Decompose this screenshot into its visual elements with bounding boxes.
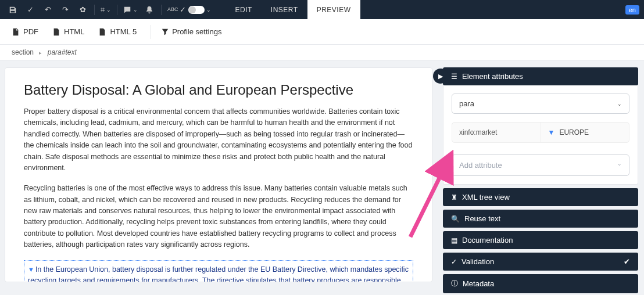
article-paragraph-selected[interactable]: ▼In the European Union, battery disposal…: [24, 260, 413, 283]
side-panel: ▶ ☰Element attributes para⌄ xinfo:market…: [443, 67, 638, 293]
article-title: Battery Disposal: A Global and European …: [24, 82, 413, 98]
comment-dropdown[interactable]: ⌄: [120, 2, 141, 18]
export-html[interactable]: HTML: [52, 27, 84, 36]
status-ok-icon: ✔: [624, 257, 630, 266]
spellcheck-dropdown[interactable]: ABC✓⌄: [164, 2, 214, 18]
redo-icon[interactable]: ↷: [57, 2, 73, 18]
content-area: Battery Disposal: A Global and European …: [5, 67, 432, 282]
panel-validation[interactable]: ✓Validation✔: [443, 253, 638, 271]
search-icon: 🔍: [451, 215, 460, 223]
sub-toolbar: PDF HTML HTML 5 Profile settings: [0, 19, 644, 45]
lang-badge[interactable]: en: [625, 5, 639, 15]
tab-insert[interactable]: INSERT: [262, 0, 307, 19]
book-icon: ▤: [451, 236, 457, 244]
save-icon[interactable]: [5, 2, 21, 18]
element-select[interactable]: para⌄: [452, 93, 629, 114]
list-icon: ☰: [451, 73, 457, 81]
panel-element-attributes[interactable]: ☰Element attributes: [443, 67, 638, 85]
check-icon[interactable]: ✓: [22, 2, 38, 18]
gear-icon[interactable]: ✿: [74, 2, 91, 18]
bell-icon[interactable]: [141, 2, 158, 18]
attribute-value[interactable]: ▼EUROPE: [541, 123, 629, 142]
element-attributes-body: para⌄ xinfo:market ▼EUROPE Add attribute…: [443, 85, 638, 185]
info-icon: ⓘ: [451, 279, 458, 289]
panel-metadata[interactable]: ⓘMetadata: [443, 274, 638, 293]
profile-settings[interactable]: Profile settings: [162, 27, 221, 36]
panel-xml-tree[interactable]: ♜XML tree view: [443, 188, 638, 206]
top-toolbar: ✓ ↶ ↷ ✿ ⌗⌄ ⌄ ABC✓⌄ EDIT INSERT PREVIEW e…: [0, 0, 644, 19]
article-paragraph: Recycling batteries is one of the most e…: [24, 183, 413, 250]
tree-icon: ♜: [451, 193, 457, 202]
chevron-down-icon: ⌄: [617, 161, 622, 170]
breadcrumb-section[interactable]: section: [12, 48, 34, 56]
export-html5[interactable]: HTML 5: [98, 27, 137, 36]
breadcrumb-para[interactable]: para#text: [48, 48, 77, 56]
attribute-name: xinfo:market: [452, 123, 541, 142]
attribute-row: xinfo:market ▼EUROPE: [452, 122, 629, 143]
check-icon: ✓: [451, 258, 457, 266]
undo-icon[interactable]: ↶: [40, 2, 56, 18]
spellcheck-toggle[interactable]: [188, 6, 205, 14]
tab-preview[interactable]: PREVIEW: [307, 0, 360, 19]
chevron-right-icon: ▸: [39, 50, 42, 56]
panel-reuse-text[interactable]: 🔍Reuse text: [443, 210, 638, 228]
filter-icon: ▼: [28, 266, 34, 273]
breadcrumb: section ▸ para#text: [0, 45, 644, 60]
filter-icon: ▼: [548, 128, 555, 136]
panel-documentation[interactable]: ▤Documentation: [443, 231, 638, 249]
article-paragraph: Proper battery disposal is a critical en…: [24, 106, 413, 174]
export-pdf[interactable]: PDF: [12, 27, 38, 36]
crop-dropdown[interactable]: ⌗⌄: [97, 2, 115, 18]
collapse-panel-button[interactable]: ▶: [433, 69, 448, 84]
chevron-down-icon: ⌄: [617, 101, 622, 107]
add-attribute[interactable]: Add attribute⌄: [452, 154, 629, 176]
tab-edit[interactable]: EDIT: [226, 0, 262, 19]
